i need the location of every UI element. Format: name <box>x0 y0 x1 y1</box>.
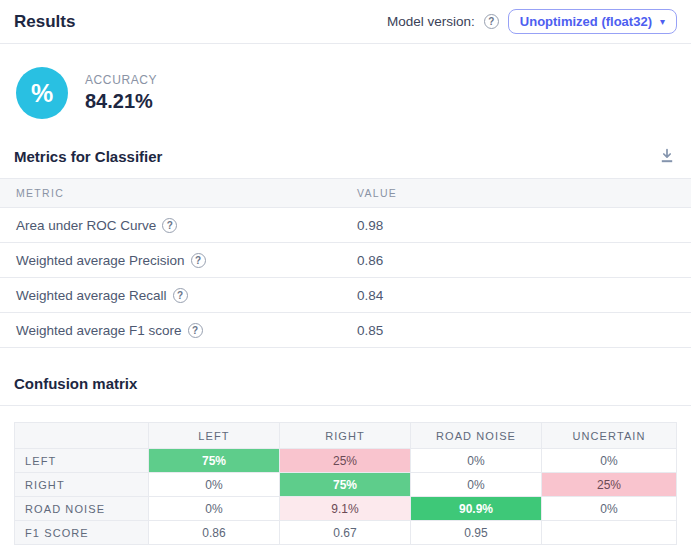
confusion-row-f1-score: F1 SCORE 0.86 0.67 0.95 <box>15 521 677 545</box>
metric-label: Weighted average F1 score ? <box>16 323 357 338</box>
model-version-help-icon[interactable]: ? <box>484 14 499 29</box>
confusion-matrix-table: LEFT RIGHT ROAD NOISE UNCERTAIN LEFT 75%… <box>14 422 677 545</box>
confusion-row-right: RIGHT 0% 75% 0% 25% <box>15 473 677 497</box>
corner-cell <box>15 423 149 449</box>
matrix-cell <box>542 521 677 545</box>
metric-label: Weighted average Recall ? <box>16 288 357 303</box>
confusion-row-left: LEFT 75% 25% 0% 0% <box>15 449 677 473</box>
matrix-cell: 0.86 <box>149 521 280 545</box>
chevron-down-icon: ▾ <box>660 17 665 27</box>
metric-label: Weighted average Precision ? <box>16 253 357 268</box>
matrix-cell: 75% <box>280 473 411 497</box>
matrix-cell: 9.1% <box>280 497 411 521</box>
metric-name: Weighted average Precision <box>16 253 185 268</box>
model-version-dropdown-value: Unoptimized (float32) <box>520 14 652 29</box>
table-row: Weighted average Precision ? 0.86 <box>0 243 691 278</box>
metrics-table-header: METRIC VALUE <box>0 178 691 208</box>
metric-name: Area under ROC Curve <box>16 218 156 233</box>
value-column-header: VALUE <box>357 187 675 199</box>
percent-icon: % <box>16 67 68 119</box>
metric-value: 0.84 <box>357 288 675 303</box>
matrix-cell: 0.67 <box>280 521 411 545</box>
matrix-cell: 0% <box>411 449 542 473</box>
column-header-uncertain: UNCERTAIN <box>542 423 677 449</box>
matrix-cell: 25% <box>280 449 411 473</box>
column-header-right: RIGHT <box>280 423 411 449</box>
matrix-cell: 0% <box>411 473 542 497</box>
matrix-cell: 0.95 <box>411 521 542 545</box>
metric-help-icon[interactable]: ? <box>173 288 188 303</box>
metric-value: 0.85 <box>357 323 675 338</box>
metric-name: Weighted average Recall <box>16 288 167 303</box>
matrix-cell: 25% <box>542 473 677 497</box>
download-icon <box>659 148 675 164</box>
row-label: F1 SCORE <box>15 521 149 545</box>
metric-help-icon[interactable]: ? <box>162 218 177 233</box>
metric-name: Weighted average F1 score <box>16 323 182 338</box>
table-row: Weighted average F1 score ? 0.85 <box>0 313 691 348</box>
accuracy-label: ACCURACY <box>85 73 157 87</box>
confusion-matrix-title: Confusion matrix <box>14 375 137 392</box>
model-version-dropdown[interactable]: Unoptimized (float32) ▾ <box>508 9 677 34</box>
column-header-left: LEFT <box>149 423 280 449</box>
accuracy-text: ACCURACY 84.21% <box>85 73 157 113</box>
accuracy-value: 84.21% <box>85 90 157 113</box>
metric-value: 0.86 <box>357 253 675 268</box>
matrix-cell: 0% <box>542 497 677 521</box>
model-version-label: Model version: <box>387 14 475 29</box>
row-label: RIGHT <box>15 473 149 497</box>
matrix-cell: 0% <box>149 497 280 521</box>
confusion-matrix-header-row: LEFT RIGHT ROAD NOISE UNCERTAIN <box>15 423 677 449</box>
row-label: ROAD NOISE <box>15 497 149 521</box>
page-title: Results <box>14 12 75 32</box>
download-button[interactable] <box>657 146 677 166</box>
model-version-controls: Model version: ? Unoptimized (float32) ▾ <box>387 9 677 34</box>
matrix-cell: 90.9% <box>411 497 542 521</box>
matrix-cell: 0% <box>542 449 677 473</box>
metric-help-icon[interactable]: ? <box>191 253 206 268</box>
metric-value: 0.98 <box>357 218 675 233</box>
metrics-section-title: Metrics for Classifier <box>14 148 162 165</box>
table-row: Area under ROC Curve ? 0.98 <box>0 208 691 243</box>
table-row: Weighted average Recall ? 0.84 <box>0 278 691 313</box>
metrics-section-header: Metrics for Classifier <box>0 146 691 166</box>
matrix-cell: 0% <box>149 473 280 497</box>
confusion-row-road-noise: ROAD NOISE 0% 9.1% 90.9% 0% <box>15 497 677 521</box>
confusion-matrix-section-header: Confusion matrix <box>0 375 691 406</box>
metric-label: Area under ROC Curve ? <box>16 218 357 233</box>
row-label: LEFT <box>15 449 149 473</box>
results-page: Results Model version: ? Unoptimized (fl… <box>0 0 691 555</box>
matrix-cell: 75% <box>149 449 280 473</box>
top-bar: Results Model version: ? Unoptimized (fl… <box>0 0 691 44</box>
metrics-table: METRIC VALUE Area under ROC Curve ? 0.98… <box>0 178 691 348</box>
column-header-road-noise: ROAD NOISE <box>411 423 542 449</box>
metric-help-icon[interactable]: ? <box>188 323 203 338</box>
accuracy-summary: % ACCURACY 84.21% <box>16 67 677 119</box>
metric-column-header: METRIC <box>16 187 357 199</box>
